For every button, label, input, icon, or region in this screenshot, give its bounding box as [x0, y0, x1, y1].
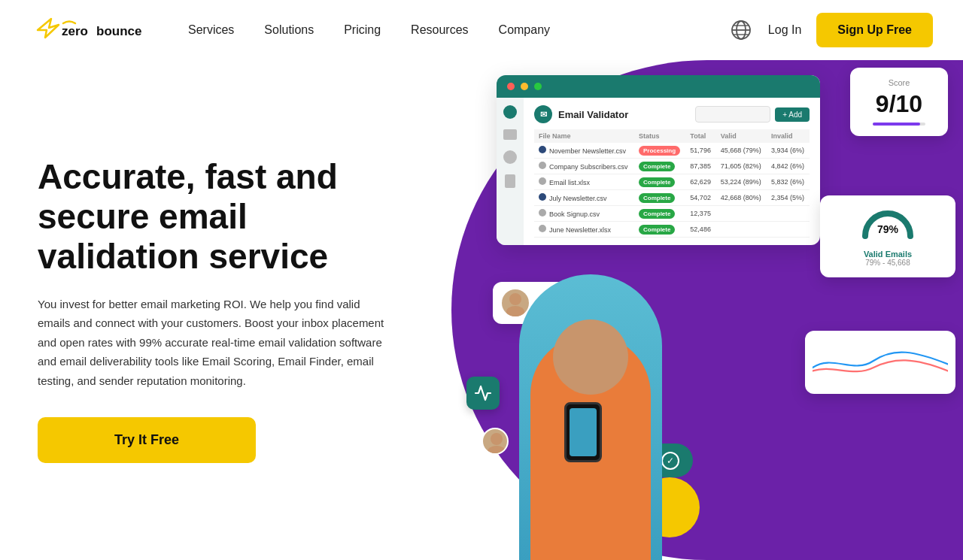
email-table: File Name Status Total Valid Invalid Nov…	[534, 129, 810, 238]
globe-icon[interactable]	[729, 18, 753, 42]
person-phone	[564, 402, 602, 462]
row-dot	[539, 209, 546, 216]
row-dot	[539, 146, 546, 153]
score-card: Score 9/10	[850, 68, 948, 136]
table-header-status: Status	[634, 129, 685, 143]
row-dot	[539, 193, 546, 201]
card-top-row: ✉ Email Validator + Add	[534, 105, 810, 123]
sidebar-icon-envelope	[503, 129, 517, 140]
activity-badge	[466, 377, 500, 410]
donut-chart: 79%	[831, 206, 945, 244]
table-cell-valid: 42,668 (80%)	[716, 190, 767, 206]
table-cell-filename: July Newsletter.csv	[534, 190, 634, 206]
card-main-area: ✉ Email Validator + Add File Name St	[524, 98, 820, 245]
score-bar	[873, 123, 925, 126]
login-button[interactable]: Log In	[768, 23, 801, 37]
try-free-button[interactable]: Try It Free	[38, 417, 256, 463]
table-cell-valid: 53,224 (89%)	[716, 174, 767, 190]
table-row: July Newsletter.csv Complete 54,702 42,6…	[534, 190, 810, 206]
valid-emails-value: 79% - 45,668	[831, 259, 945, 267]
table-row: November Newsletter.csv Processing 51,79…	[534, 143, 810, 159]
status-badge: Processing	[639, 146, 680, 156]
window-dot-red	[507, 83, 515, 90]
sidebar-icon-person	[503, 105, 517, 119]
table-header-filename: File Name	[534, 129, 634, 143]
table-header-valid: Valid	[716, 129, 767, 143]
card-title-row: ✉ Email Validator	[534, 105, 628, 123]
hero-description: You invest for better email marketing RO…	[38, 295, 391, 391]
svg-point-10	[488, 446, 506, 455]
nav-resources[interactable]: Resources	[411, 23, 468, 37]
status-badge: Complete	[639, 209, 675, 219]
table-cell-status: Complete	[634, 222, 685, 238]
nav-company[interactable]: Company	[499, 23, 550, 37]
table-cell-total: 87,385	[685, 159, 715, 174]
table-cell-status: Complete	[634, 206, 685, 222]
nav-services[interactable]: Services	[188, 23, 234, 37]
right-content: Score 9/10	[451, 60, 963, 560]
window-dot-green	[534, 83, 542, 90]
table-cell-filename: Book Signup.csv	[534, 206, 634, 222]
row-dot	[539, 225, 546, 232]
svg-text:bounce: bounce	[96, 24, 141, 38]
nav-links: Services Solutions Pricing Resources Com…	[188, 23, 729, 37]
table-cell-status: Complete	[634, 174, 685, 190]
table-cell-filename: Company Subscribers.csv	[534, 159, 634, 174]
status-badge: Complete	[639, 225, 675, 235]
table-row: Company Subscribers.csv Complete 87,385 …	[534, 159, 810, 174]
table-cell-filename: June Newsletter.xlsx	[534, 222, 634, 238]
navbar: zero bounce Services Solutions Pricing R…	[0, 0, 963, 60]
hero-title: Accurate, fast and secure email validati…	[38, 157, 391, 277]
score-value: 9/10	[861, 90, 937, 118]
table-cell-filename: November Newsletter.csv	[534, 143, 634, 159]
table-cell-invalid	[767, 222, 810, 238]
add-button[interactable]: + Add	[775, 107, 810, 122]
card-header-bar	[497, 75, 820, 98]
email-validator-title: Email Validator	[558, 109, 628, 120]
donut-svg: 79%	[858, 206, 918, 244]
signup-button[interactable]: Sign Up Free	[816, 13, 933, 47]
window-dot-yellow	[521, 83, 528, 90]
sidebar-icon-clock	[503, 150, 517, 164]
logo-svg: zero bounce	[30, 11, 150, 49]
svg-point-9	[491, 433, 503, 445]
valid-emails-card: 79% Valid Emails 79% - 45,668	[820, 195, 955, 277]
table-cell-total: 54,702	[685, 190, 715, 206]
nav-pricing[interactable]: Pricing	[344, 23, 381, 37]
phone-screen	[570, 408, 597, 456]
status-badge: Complete	[639, 193, 675, 203]
table-cell-status: Complete	[634, 190, 685, 206]
table-cell-invalid: 5,832 (6%)	[767, 174, 810, 190]
table-cell-valid: 71,605 (82%)	[716, 159, 767, 174]
table-row: June Newsletter.xlsx Complete 52,486	[534, 222, 810, 238]
table-cell-invalid: 4,842 (6%)	[767, 159, 810, 174]
status-badge: Complete	[639, 162, 675, 171]
table-cell-valid	[716, 206, 767, 222]
email-icon: ✉	[534, 105, 552, 123]
table-header-invalid: Invalid	[767, 129, 810, 143]
table-cell-invalid: 3,934 (6%)	[767, 143, 810, 159]
table-cell-valid	[716, 222, 767, 238]
main-content: Accurate, fast and secure email validati…	[0, 60, 963, 560]
status-badge: Complete	[639, 177, 675, 187]
row-dot	[539, 162, 546, 169]
table-cell-total: 62,629	[685, 174, 715, 190]
svg-text:zero: zero	[62, 24, 88, 38]
table-cell-status: Complete	[634, 159, 685, 174]
logo[interactable]: zero bounce	[30, 11, 150, 49]
score-bar-fill	[873, 123, 920, 126]
table-cell-total: 12,375	[685, 206, 715, 222]
table-cell-total: 51,796	[685, 143, 715, 159]
person-head	[553, 319, 628, 395]
table-header-total: Total	[685, 129, 715, 143]
email-validator-card: ✉ Email Validator + Add File Name St	[497, 75, 820, 245]
wave-chart-card	[805, 331, 955, 394]
person-illustration	[512, 237, 670, 560]
table-row: Book Signup.csv Complete 12,375	[534, 206, 810, 222]
small-avatar	[482, 428, 509, 455]
nav-solutions[interactable]: Solutions	[264, 23, 314, 37]
table-cell-invalid: 2,354 (5%)	[767, 190, 810, 206]
donut-percentage: 79%	[877, 223, 899, 235]
score-label: Score	[861, 78, 937, 87]
wave-chart-svg	[813, 338, 948, 383]
